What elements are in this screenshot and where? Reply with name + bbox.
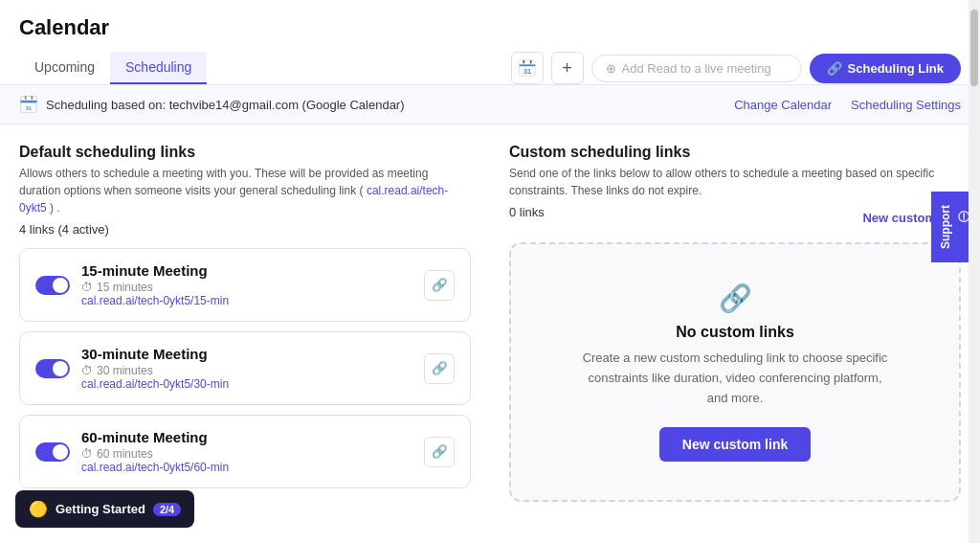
default-section-desc: Allows others to schedule a meeting with… xyxy=(19,165,471,216)
meeting-card-15min: 15-minute Meeting ⏱ 15 minutes cal.read.… xyxy=(19,248,471,322)
custom-links-count: 0 links xyxy=(509,205,545,219)
clock-icon-30min: ⏱ xyxy=(81,364,93,377)
new-custom-link-button[interactable]: New custom link xyxy=(659,427,811,462)
meeting-card-60min: 60-minute Meeting ⏱ 60 minutes cal.read.… xyxy=(19,415,471,488)
tab-upcoming[interactable]: Upcoming xyxy=(19,52,110,84)
svg-text:31: 31 xyxy=(523,67,531,76)
meeting-duration-30min: ⏱ 30 minutes xyxy=(81,364,229,377)
main-content: Default scheduling links Allows others t… xyxy=(0,124,980,526)
svg-rect-4 xyxy=(529,60,531,64)
live-meeting-input[interactable]: ⊕ Add Read to a live meeting xyxy=(591,55,802,82)
meeting-link-60min[interactable]: cal.read.ai/tech-0ykt5/60-min xyxy=(81,461,229,474)
toggle-30min[interactable] xyxy=(35,359,70,378)
change-calendar-link[interactable]: Change Calendar xyxy=(734,98,832,112)
star-icon: 🟡 xyxy=(29,500,48,518)
empty-state-title: No custom links xyxy=(530,324,940,341)
meeting-name-15min: 15-minute Meeting xyxy=(81,262,229,279)
link-icon: 🔗 xyxy=(827,61,842,76)
live-meeting-placeholder: Add Read to a live meeting xyxy=(622,61,771,76)
left-column: Default scheduling links Allows others t… xyxy=(19,144,471,507)
getting-started-progress: 2/4 xyxy=(153,503,181,516)
scrollbar-track[interactable] xyxy=(969,0,980,543)
banner-left: 31 Scheduling based on: techvibe14@gmail… xyxy=(19,95,405,114)
add-button[interactable]: + xyxy=(551,52,584,84)
page-header: Calendar Upcoming Scheduling 31 + ⊕ Add … xyxy=(0,0,980,85)
links-count: 4 links (4 active) xyxy=(19,222,471,237)
desc-text-suffix: ) . xyxy=(50,201,60,215)
meeting-duration-60min: ⏱ 60 minutes xyxy=(81,447,229,461)
svg-rect-9 xyxy=(32,96,33,100)
svg-rect-3 xyxy=(523,60,524,64)
copy-link-60min[interactable]: 🔗 xyxy=(424,437,455,467)
tabs-container: Upcoming Scheduling xyxy=(19,52,207,84)
getting-started-badge[interactable]: 🟡 Getting Started 2/4 xyxy=(15,490,194,528)
custom-section-title: Custom scheduling links xyxy=(509,144,961,161)
banner-right: Change Calendar Scheduling Settings xyxy=(734,98,961,112)
google-calendar-small-icon: 31 xyxy=(19,95,38,114)
meeting-name-60min: 60-minute Meeting xyxy=(81,429,229,445)
scrollbar-thumb[interactable] xyxy=(970,10,978,86)
svg-rect-6 xyxy=(21,101,37,103)
empty-state: 🔗 No custom links Create a new custom sc… xyxy=(509,242,961,502)
calendar-banner: 31 Scheduling based on: techvibe14@gmail… xyxy=(0,85,980,124)
getting-started-label: Getting Started xyxy=(56,502,145,516)
circle-plus-icon: ⊕ xyxy=(606,61,616,76)
header-actions: 31 + ⊕ Add Read to a live meeting 🔗 Sche… xyxy=(511,52,961,84)
scheduling-settings-link[interactable]: Scheduling Settings xyxy=(851,98,961,112)
svg-rect-8 xyxy=(25,96,27,100)
empty-state-desc: Create a new custom scheduling link to c… xyxy=(582,349,888,408)
svg-text:31: 31 xyxy=(26,105,33,111)
clock-icon-60min: ⏱ xyxy=(81,447,93,461)
support-label: Support xyxy=(939,205,952,249)
banner-text: Scheduling based on: techvibe14@gmail.co… xyxy=(46,98,405,112)
google-calendar-button[interactable]: 31 xyxy=(511,52,544,84)
page-title: Calendar xyxy=(19,15,961,40)
copy-link-15min[interactable]: 🔗 xyxy=(424,270,455,301)
meeting-card-30min: 30-minute Meeting ⏱ 30 minutes cal.read.… xyxy=(19,331,471,405)
tab-scheduling[interactable]: Scheduling xyxy=(110,52,207,84)
default-section-title: Default scheduling links xyxy=(19,144,471,161)
chain-icon: 🔗 xyxy=(530,283,940,314)
meeting-name-30min: 30-minute Meeting xyxy=(81,346,229,362)
toggle-60min[interactable] xyxy=(35,442,70,462)
clock-icon-15min: ⏱ xyxy=(81,281,93,294)
meeting-link-15min[interactable]: cal.read.ai/tech-0ykt5/15-min xyxy=(81,294,229,307)
scheduling-link-button[interactable]: 🔗 Scheduling Link xyxy=(810,54,961,83)
toggle-15min[interactable] xyxy=(35,276,70,295)
meeting-duration-15min: ⏱ 15 minutes xyxy=(81,281,229,294)
meeting-link-30min[interactable]: cal.read.ai/tech-0ykt5/30-min xyxy=(81,377,229,391)
right-column: Custom scheduling links Send one of the … xyxy=(509,144,961,507)
custom-section-desc: Send one of the links below to allow oth… xyxy=(509,165,961,199)
copy-link-30min[interactable]: 🔗 xyxy=(424,353,455,384)
tabs-row: Upcoming Scheduling 31 + ⊕ Add Read to a… xyxy=(19,52,961,84)
google-calendar-icon: 31 xyxy=(517,57,538,79)
